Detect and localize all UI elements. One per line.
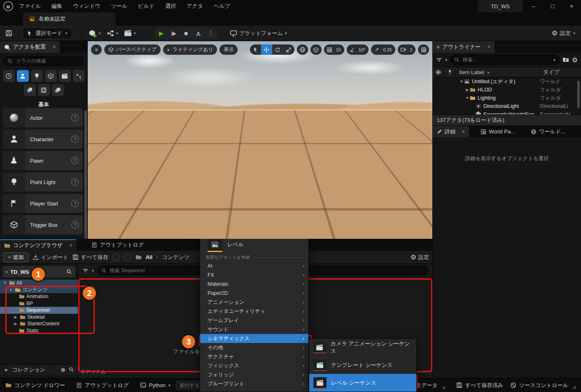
world-coordinate-button[interactable]	[297, 44, 308, 55]
cinematics-button[interactable]: ▾	[121, 28, 139, 39]
frame-skip-button[interactable]: |▶	[168, 28, 180, 39]
place-actors-tab[interactable]: アクタを配置 ×	[0, 41, 60, 53]
tree-item-animation[interactable]: Animation	[0, 293, 78, 300]
tree-item-sequencer[interactable]: Sequencer	[0, 307, 78, 314]
import-button[interactable]: インポート	[33, 254, 68, 261]
close-button[interactable]: ×	[562, 0, 581, 12]
close-icon[interactable]: ×	[70, 243, 72, 248]
camera-speed-control[interactable]: 2	[398, 44, 415, 55]
help-icon[interactable]: ?	[71, 157, 79, 164]
category-geometry-button[interactable]	[24, 84, 36, 96]
help-icon[interactable]: ?	[71, 221, 79, 229]
grid-snap-control[interactable]: 10	[324, 44, 344, 55]
actor-item-point-light[interactable]: Point Light ?	[2, 172, 83, 192]
breadcrumb-current[interactable]: コンテンツ	[162, 254, 190, 261]
content-drawer-button[interactable]: コンテンツ ドロワー	[0, 378, 70, 392]
menu-item-paper2d[interactable]: Paper2D›	[200, 289, 308, 298]
unreal-logo-icon[interactable]: u	[3, 1, 13, 11]
tree-item-skeletal[interactable]: ▶ Skeletal	[0, 314, 78, 321]
menu-item-camera-anim-sequence[interactable]: カメラ アニメーション シーケンス	[309, 339, 416, 357]
close-icon[interactable]: ×	[488, 44, 490, 50]
rotation-snap-control[interactable]: 10°	[347, 44, 369, 55]
move-tool-button[interactable]	[261, 44, 272, 55]
filter-icon[interactable]	[82, 268, 89, 274]
category-recent-button[interactable]	[3, 70, 15, 82]
view-mode-button[interactable]: ◐ ライティングあり	[163, 44, 217, 55]
add-actor-button[interactable]: ▾	[86, 28, 104, 39]
breadcrumb-root[interactable]: All	[146, 254, 153, 260]
level-tab[interactable]: 名称未設定	[23, 12, 115, 26]
actor-item-character[interactable]: Character ?	[2, 129, 83, 149]
tree-item-bp[interactable]: BP	[0, 300, 78, 307]
menu-edit[interactable]: 編集	[51, 2, 62, 10]
menu-item-ai[interactable]: AI›	[200, 261, 308, 271]
category-shapes-button[interactable]	[45, 70, 57, 82]
content-source-picker[interactable]: ▾ TD_WS	[2, 266, 75, 278]
menu-window[interactable]: ウィンドウ	[73, 2, 100, 10]
menu-item-misc[interactable]: その他›	[200, 343, 308, 352]
all-saved-indicator[interactable]: すべて保存済み	[451, 382, 509, 389]
menu-item-materials[interactable]: Materials›	[200, 280, 308, 289]
menu-item-physics[interactable]: フィジックス›	[200, 361, 308, 370]
forward-button[interactable]: →	[124, 254, 131, 261]
scale-snap-control[interactable]: ↗ 0.25	[371, 44, 395, 55]
menu-actor[interactable]: アクタ	[187, 2, 203, 10]
category-panels-button[interactable]	[38, 84, 50, 96]
close-icon[interactable]: ×	[53, 44, 56, 50]
show-button[interactable]: 表示	[219, 44, 238, 55]
menu-item-template-sequence[interactable]: テンプレート シーケンス	[309, 357, 416, 374]
menu-select[interactable]: 選択	[165, 2, 176, 10]
menu-item-animation[interactable]: アニメーション›	[200, 298, 308, 307]
outliner-tab[interactable]: ≡ アウトライナー ×	[433, 41, 495, 53]
menu-item-fx[interactable]: FX›	[200, 271, 308, 280]
output-log-button[interactable]: アウトプットログ	[71, 378, 134, 392]
menu-help[interactable]: ヘルプ	[214, 2, 230, 10]
back-button[interactable]: ←	[112, 254, 120, 261]
save-all-button[interactable]: すべて保存	[72, 254, 108, 261]
rotate-tool-button[interactable]	[272, 44, 283, 55]
output-log-tab[interactable]: アウトプットログ	[87, 239, 148, 251]
category-basic-button[interactable]	[17, 70, 29, 82]
close-icon[interactable]: ×	[462, 129, 465, 135]
actor-item-pawn[interactable]: ♟ Pawn ?	[2, 151, 83, 170]
menu-build[interactable]: ビルド	[138, 2, 154, 10]
scrollbar[interactable]	[84, 110, 87, 246]
blueprints-button[interactable]: ▾	[104, 28, 121, 39]
outliner-row-hlod[interactable]: ▶ HLOD フォルダ	[433, 86, 581, 94]
maximize-viewport-button[interactable]	[418, 44, 429, 55]
viewport-options-button[interactable]: ≡	[91, 44, 102, 55]
new-folder-icon[interactable]	[562, 56, 569, 63]
class-search-input[interactable]	[15, 58, 80, 64]
menu-item-add-feature-pack[interactable]: 機能またはコンテンツパックを追加...	[200, 140, 308, 149]
menu-item-cinematics[interactable]: シネマティックス›	[200, 334, 308, 343]
search-icon[interactable]	[69, 367, 74, 372]
help-icon[interactable]: ?	[71, 178, 79, 186]
pin-column-icon[interactable]	[444, 67, 456, 77]
content-browser-tab[interactable]: コンテンツブラウザ ×	[0, 239, 77, 251]
details-tab[interactable]: 詳細 ×	[433, 126, 469, 137]
add-collection-icon[interactable]: ⊕	[61, 366, 65, 373]
help-icon[interactable]: ?	[71, 114, 79, 121]
play-button[interactable]: ▶	[155, 28, 168, 39]
menu-item-new-folder[interactable]: 新規フォルダ	[200, 167, 308, 176]
tree-item-all[interactable]: ▼ All	[0, 280, 78, 287]
select-tool-button[interactable]	[250, 44, 261, 55]
actor-item-actor[interactable]: Actor ?	[2, 108, 83, 128]
category-vfx-button[interactable]	[73, 70, 85, 82]
visibility-column-icon[interactable]	[433, 67, 444, 77]
category-cinematic-button[interactable]	[59, 70, 71, 82]
actor-item-trigger-box[interactable]: Trigger Box ?	[2, 215, 83, 235]
outliner-search-input[interactable]	[462, 56, 551, 63]
tree-item-content[interactable]: ▼ コンテンツ	[0, 287, 78, 294]
actor-item-player-start[interactable]: Player Start ?	[2, 194, 83, 213]
help-icon[interactable]: ?	[71, 200, 79, 207]
editor-settings-button[interactable]: ⚙ 設定 ▾	[552, 29, 575, 37]
outliner-row-height-fog[interactable]: ExponentialHeightFog ExponentialH	[433, 110, 581, 114]
surface-snap-button[interactable]	[310, 44, 322, 55]
outliner-settings-icon[interactable]: ⚙	[572, 56, 578, 64]
menu-item-level[interactable]: レベル	[200, 236, 308, 253]
tree-item-static[interactable]: Static	[0, 327, 78, 334]
source-control-button[interactable]: ソースコントロール	[509, 382, 581, 389]
save-level-button[interactable]	[2, 28, 15, 39]
menu-item-editor-utility[interactable]: エディタユーティリティ›	[200, 307, 308, 316]
